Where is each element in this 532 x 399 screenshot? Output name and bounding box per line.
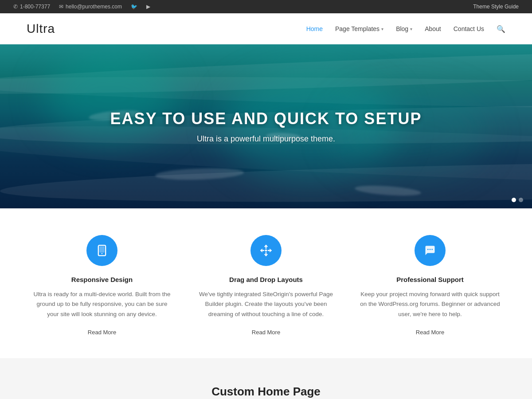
support-icon	[415, 235, 446, 266]
nav-about[interactable]: About	[425, 25, 441, 32]
hero-dot-1[interactable]	[512, 198, 516, 202]
top-bar-left: ✆ 1-800-77377 ✉ hello@purothemes.com 🐦 ▶	[13, 4, 150, 10]
read-more-support[interactable]: Read More	[416, 329, 444, 336]
chevron-down-icon: ▾	[381, 27, 383, 31]
logo[interactable]: Ultra	[27, 22, 55, 36]
nav-page-templates[interactable]: Page Templates ▾	[335, 25, 383, 32]
youtube-icon[interactable]: ▶	[146, 4, 150, 10]
feature-desc-responsive: Ultra is ready for a multi-device world.…	[31, 289, 173, 319]
svg-point-9	[430, 249, 431, 250]
nav-contact[interactable]: Contact Us	[454, 25, 484, 32]
chevron-down-icon: ▾	[410, 27, 412, 31]
svg-rect-2	[99, 246, 105, 253]
phone-info: ✆ 1-800-77377	[13, 4, 50, 10]
header: Ultra Home Page Templates ▾ Blog ▾ About…	[0, 13, 532, 44]
svg-point-10	[431, 249, 433, 250]
hero-content: EASY TO USE AND QUICK TO SETUP Ultra is …	[102, 110, 431, 144]
feature-desc-support: Keep your project moving forward with qu…	[359, 289, 501, 319]
envelope-icon: ✉	[59, 4, 63, 10]
twitter-icon[interactable]: 🐦	[131, 4, 137, 10]
feature-title-support: Professional Support	[359, 276, 501, 283]
feature-desc-drag-drop: We've tightly integrated SiteOrigin's po…	[195, 289, 337, 319]
svg-point-8	[427, 249, 429, 250]
style-guide-link[interactable]: Theme Style Guide	[473, 4, 519, 10]
responsive-icon	[86, 235, 117, 266]
top-bar-right: Theme Style Guide	[473, 4, 519, 10]
hero-title: EASY TO USE AND QUICK TO SETUP	[110, 110, 422, 128]
nav-home[interactable]: Home	[306, 25, 323, 32]
phone-number: 1-800-77377	[20, 4, 50, 10]
feature-title-responsive: Responsive Design	[31, 276, 173, 283]
nav-blog[interactable]: Blog ▾	[396, 25, 412, 32]
email-info: ✉ hello@purothemes.com	[59, 4, 122, 10]
feature-drag-drop: Drag and Drop Layouts We've tightly inte…	[195, 235, 337, 336]
top-bar: ✆ 1-800-77377 ✉ hello@purothemes.com 🐦 ▶…	[0, 0, 532, 13]
read-more-drag-drop[interactable]: Read More	[252, 329, 280, 336]
email-address: hello@purothemes.com	[66, 4, 122, 10]
svg-point-3	[265, 250, 267, 252]
hero-section: EASY TO USE AND QUICK TO SETUP Ultra is …	[0, 44, 532, 208]
read-more-responsive[interactable]: Read More	[88, 329, 116, 336]
custom-section-title: Custom Home Page	[27, 385, 505, 399]
hero-subtitle: Ultra is a powerful multipurpose theme.	[110, 134, 422, 144]
hero-dot-2[interactable]	[519, 198, 523, 202]
feature-responsive: Responsive Design Ultra is ready for a m…	[31, 235, 173, 336]
phone-icon: ✆	[13, 4, 18, 10]
main-nav: Home Page Templates ▾ Blog ▾ About Conta…	[306, 25, 505, 33]
custom-home-section: Custom Home Page	[0, 358, 532, 399]
search-icon[interactable]: 🔍	[497, 25, 505, 33]
drag-drop-icon	[250, 235, 282, 266]
hero-dots	[512, 198, 523, 202]
features-section: Responsive Design Ultra is ready for a m…	[0, 208, 532, 358]
feature-support: Professional Support Keep your project m…	[359, 235, 501, 336]
feature-title-drag-drop: Drag and Drop Layouts	[195, 276, 337, 283]
